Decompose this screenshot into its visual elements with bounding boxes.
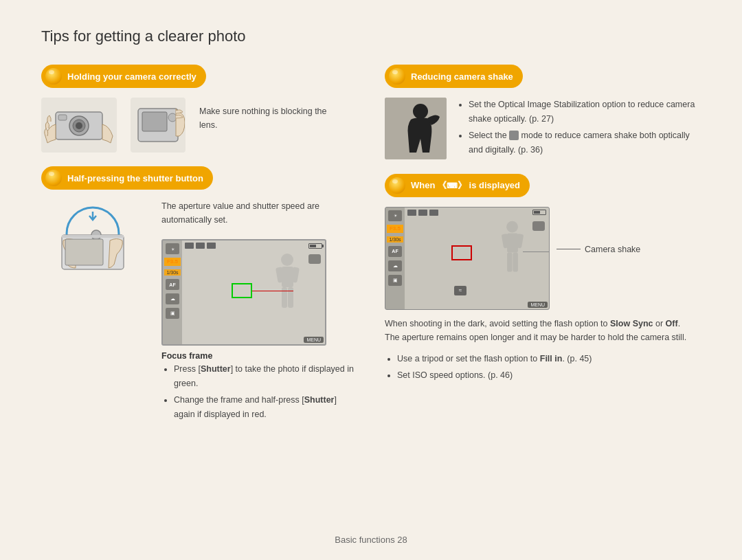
reducing-header: Reducing camera shake: [385, 65, 523, 88]
reducing-bullet-list: Set the Optical Image Stabilization opti…: [469, 98, 701, 157]
svg-rect-11: [62, 235, 124, 238]
focus-bullet-2: Change the frame and half-press [Shutter…: [174, 393, 357, 421]
when-section: When 《⌨》 is displayed ☀ F3.5 1/30s AF: [385, 174, 701, 386]
screen-icon-top: ☀: [166, 243, 179, 254]
screen-icon-f: ☁: [166, 293, 179, 304]
screen-top-icons: [185, 243, 216, 249]
focus-frame-info: Focus frame Press [Shutter] to take the …: [161, 351, 357, 425]
screen-menu-label: MENU: [304, 337, 324, 343]
camera-front-view: [41, 98, 117, 153]
screen-icon-q: ▣: [166, 308, 179, 319]
shutter-hand-illustration: [41, 199, 148, 289]
camera-shake-text: Camera shake: [585, 245, 640, 254]
screen-icon-af: AF: [166, 279, 179, 290]
screen-left-panel: ☀ F3.5 1/30s AF ☁ ▣: [163, 240, 182, 344]
holding-icon: [45, 68, 62, 85]
when-icon-2: [418, 210, 427, 216]
when-shutter: 1/30s: [387, 236, 403, 243]
svg-rect-12: [65, 239, 103, 265]
holding-label: Holding your camera correctly: [67, 71, 196, 82]
screen-top-row: [185, 243, 322, 249]
when-battery: [532, 210, 546, 215]
camera-front-svg: [42, 98, 116, 152]
shake-mode-icon: [509, 131, 519, 140]
svg-point-7: [168, 113, 177, 122]
camera-back-view: [131, 98, 186, 153]
half-press-header: Half-pressing the shutter button: [41, 166, 213, 190]
content-grid: Holding your camera correctly: [41, 65, 701, 438]
reducing-bullet-2: Select the mode to reduce camera shake b…: [469, 128, 701, 157]
when-screen-row: ☀ F3.5 1/30s AF ☁ ▣: [385, 207, 701, 310]
aperture-info-text: The aperture value and shutter speed are…: [161, 199, 357, 227]
half-press-section: Half-pressing the shutter button: [41, 166, 357, 425]
battery-cap: [322, 245, 324, 247]
when-icon-3: [429, 210, 438, 216]
when-screen-icon-top: ☀: [388, 210, 402, 221]
screen-and-label: ☀ F3.5 1/30s AF ☁ ▣: [161, 239, 357, 346]
when-menu-label: MENU: [528, 302, 548, 308]
reducing-bullet-1: Set the Optical Image Stabilization opti…: [469, 98, 701, 126]
when-header: When 《⌨》 is displayed: [385, 174, 530, 197]
when-camera-screen: ☀ F3.5 1/30s AF ☁ ▣: [385, 207, 550, 310]
person-silhouette-image: [385, 98, 447, 159]
page-title: Tips for getting a clearer photo: [41, 27, 701, 45]
when-person-silhouette: [498, 220, 527, 285]
holding-section: Holding your camera correctly: [41, 65, 357, 153]
screen-icon-1: [185, 243, 194, 249]
when-bullet-2: Set ISO speed options. (p. 46): [397, 368, 701, 383]
focus-frame-green: [232, 283, 252, 298]
reducing-icon: [389, 68, 405, 85]
half-press-right: The aperture value and shutter speed are…: [161, 199, 357, 425]
right-column: Reducing camera shake: [385, 65, 701, 438]
when-screen-af: AF: [388, 246, 402, 257]
when-screen-q: ▣: [388, 275, 402, 286]
holding-text: Make sure nothing is blocking the lens.: [199, 98, 337, 132]
svg-point-13: [281, 254, 293, 266]
reducing-label: Reducing camera shake: [411, 71, 513, 82]
page-footer: Basic functions 28: [0, 535, 742, 545]
when-icon: [389, 177, 405, 194]
when-battery-fill: [534, 211, 540, 214]
camera-screen-mockup: ☀ F3.5 1/30s AF ☁ ▣: [161, 239, 326, 346]
holding-header: Holding your camera correctly: [41, 65, 206, 88]
when-icon-1: [407, 210, 416, 216]
person-silhouette-screen: [272, 253, 303, 322]
screen-camera-button-icon: [308, 254, 321, 264]
svg-point-22: [506, 221, 518, 232]
when-connector-line: [523, 251, 550, 252]
reducing-bullets-area: Set the Optical Image Stabilization opti…: [456, 98, 701, 160]
reducing-content: Set the Optical Image Stabilization opti…: [385, 98, 701, 160]
when-content: ☀ F3.5 1/30s AF ☁ ▣: [385, 207, 701, 386]
battery-fill: [310, 245, 316, 247]
camera-shake-label-area: Camera shake: [556, 207, 640, 254]
half-press-label: Half-pressing the shutter button: [67, 173, 203, 183]
shutter-speed-value: 1/30s: [164, 269, 181, 276]
connector-line-green: [252, 291, 293, 291]
half-press-icon: [45, 170, 62, 186]
battery-indicator: [308, 243, 322, 249]
when-top-icons: [407, 210, 438, 216]
svg-rect-26: [507, 252, 512, 271]
reducing-section: Reducing camera shake: [385, 65, 701, 160]
svg-rect-6: [142, 112, 167, 131]
focus-bullet-1: Press [Shutter] to take the photo if dis…: [174, 362, 357, 390]
footer-text: Basic functions 28: [335, 535, 407, 545]
camera-back-svg: [131, 98, 185, 152]
when-screen-f: ☁: [388, 260, 402, 271]
when-camera-icon: [532, 221, 545, 231]
svg-rect-27: [513, 252, 517, 271]
shutter-hand-svg: [41, 199, 148, 289]
left-column: Holding your camera correctly: [41, 65, 357, 438]
camera-shake-line: [556, 249, 581, 249]
shake-indicator-icon: ≈: [454, 286, 466, 295]
when-aperture: F3.5: [387, 225, 403, 233]
focus-frame-bullets: Press [Shutter] to take the photo if dis…: [174, 362, 357, 422]
svg-point-3: [76, 122, 82, 129]
person-silhouette-svg: [385, 98, 447, 159]
when-bullet-list: Use a tripod or set the flash option to …: [397, 352, 701, 385]
half-press-content: The aperture value and shutter speed are…: [41, 199, 357, 425]
when-screen-top-row: [407, 210, 546, 216]
when-intro-text: When shooting in the dark, avoid setting…: [385, 317, 694, 345]
when-label: When 《⌨》 is displayed: [411, 179, 520, 192]
aperture-value: F3.5: [164, 258, 181, 266]
